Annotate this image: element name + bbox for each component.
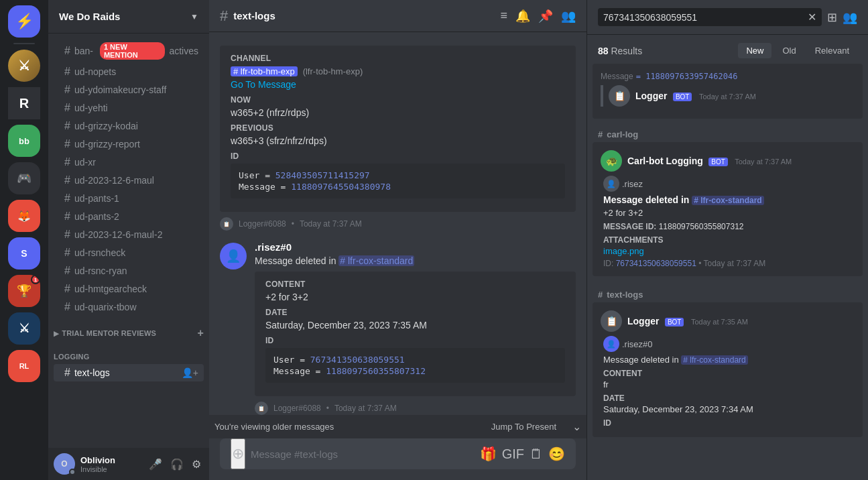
add-member-icon[interactable]: 👤+ [182,367,198,378]
gift-icon[interactable]: 🎁 [480,446,497,462]
channel-item-ud-pants-1[interactable]: # ud-pants-1 [54,190,204,207]
author-time-carlbot: Today at 7:37 AM [735,158,792,166]
gif-icon[interactable]: GIF [502,446,524,462]
author-row-risez: .risez#0 [255,241,576,253]
message-id-label: Message ID: 1188097560355807312 [603,222,855,231]
members-icon[interactable]: 👥 [561,9,576,23]
chat-header: # text-logs ≡ 🔔 📌 👥 [209,0,586,32]
channel-item-ban-actives[interactable]: # ban- 1 NEW MENTION actives [54,40,204,62]
channel-item-ud-ydoimakeucry[interactable]: # ud-ydoimakeucry-staff [54,81,204,99]
sort-tabs: New Old Relevant [738,43,857,58]
discord-home-button[interactable]: ⚡ [8,5,40,38]
hash-icon: # [64,192,70,204]
server-icon-circle1[interactable]: 🎮 [8,162,40,194]
channel-item-ud-2023-12-6-maul[interactable]: # ud-2023-12-6-maul [54,172,204,189]
member-search-icon[interactable]: 👥 [843,10,857,25]
date-label: Date [265,308,565,317]
channel-tag-cox-2[interactable]: # lfr-cox-standard [681,355,747,365]
add-attachment-button[interactable]: ⊕ [231,438,245,469]
card-section-previous: Previous w365+3 (sfrz/nfrz/rdps) [231,123,565,146]
server-icon-bb[interactable]: bb [8,125,40,157]
search-result-above-fold: Message = 1188097633957462046 📋 Logger B… [593,64,863,119]
attachments-label: Attachments [603,235,855,245]
search-header: ✕ ⊞ 👥 [587,0,868,35]
channel-list: # ban- 1 NEW MENTION actives # ud-nopets… [48,34,209,448]
carlbot-mention-row: 👤 .risez [603,176,855,192]
go-to-message-link[interactable]: Go To Message [231,79,296,90]
hash-icon-text-logs: # [598,290,603,300]
server-icon-red-1[interactable]: 🏆 1 [8,275,40,307]
channel-item-ud-hmtgearcheck[interactable]: # ud-hmtgearcheck [54,280,204,298]
pin-search-icon[interactable]: ⊞ [827,10,837,25]
channel-name-header: text-logs [233,10,275,21]
channel-item-text-logs[interactable]: # text-logs 👤+ [54,364,204,381]
msg-id-prefix: Message [601,72,633,81]
category-logging[interactable]: LOGGING [48,342,209,363]
server-icon-rl[interactable]: RL [8,350,40,382]
channel-item-ud-grizzy-report[interactable]: # ud-grizzy-report [54,135,204,153]
channel-item-ud-quarix-tbow[interactable]: # ud-quarix-tbow [54,298,204,316]
chat-input-box: ⊕ 🎁 GIF 🗒 😊 [220,438,576,469]
add-channel-icon[interactable]: + [197,327,204,339]
channel-item-ud-grizzy-kodai[interactable]: # ud-grizzy-kodai [54,117,204,135]
hash-icon: # [64,156,70,168]
attachment-value: image.png [603,246,855,256]
chat-input-area: ⊕ 🎁 GIF 🗒 😊 [209,438,586,480]
channel-tag-cox[interactable]: # lfr-cox-standard [692,196,763,205]
meta-sep-2: • [326,404,329,413]
id-code-block: User = 528403505711415297 Message = 1188… [231,164,565,198]
server-name: We Do Raids [59,11,120,22]
id-label-bottom: ID [603,418,855,428]
channel-tag-full: (lfr-tob-hm-exp) [303,66,363,76]
sort-tab-new[interactable]: New [738,43,771,58]
avatar-carlbot: 🐢 [601,150,622,172]
channel-label: ud-yehti [74,103,108,113]
server-icon-circle3[interactable]: S [8,237,40,269]
server-name-header[interactable]: We Do Raids ▼ [48,0,209,34]
logger-avatar: 📋 [220,217,233,231]
channel-mention-tag[interactable]: # lfr-cox-standard [338,255,414,266]
bot-badge: BOT [673,93,692,101]
server-icon-raids[interactable]: R [8,87,40,119]
server-icon-wow[interactable]: ⚔ [8,312,40,345]
message-input[interactable] [251,441,475,467]
jump-to-present-button[interactable]: Jump To Present [491,422,567,432]
channel-item-ud-rsnc-ryan[interactable]: # ud-rsnc-ryan [54,262,204,280]
message-content-risez: .risez#0 Message deleted in # lfr-cox-st… [255,241,576,415]
sort-tab-old[interactable]: Old [774,43,804,58]
notification-icon[interactable]: 🔔 [515,9,530,23]
previous-label: Previous [231,123,565,133]
bot-badge-carlbot: BOT [708,158,728,166]
pin-icon[interactable]: 📌 [538,9,553,23]
settings-button[interactable]: ⚙ [189,457,204,472]
status-dot [69,469,76,475]
search-result-carl-log: 🐢 Carl-bot Logging BOT Today at 7:37 AM … [593,142,863,276]
server-icon-circle2[interactable]: 🦊 [8,200,40,232]
channel-item-ud-pants-2[interactable]: # ud-pants-2 [54,208,204,225]
author-info-carlbot: Carl-bot Logging BOT Today at 7:37 AM [627,155,792,167]
sticker-icon[interactable]: 🗒 [530,446,543,462]
channel-item-ud-nopets[interactable]: # ud-nopets [54,63,204,80]
headset-button[interactable]: 🎧 [168,457,186,472]
search-input[interactable] [603,12,808,23]
search-group-text-logs: # text-logs 📋 Logger BOT Today at 7:35 A… [593,284,863,437]
server-icon-league[interactable]: ⚔ [8,50,40,82]
avatar: O [54,453,75,475]
search-clear-icon[interactable]: ✕ [808,11,816,23]
channel-tag[interactable]: # lfr-tob-hm-exp [231,66,298,76]
thread-icon[interactable]: ≡ [500,9,507,23]
channel-label-cont: actives [169,46,198,56]
hash-icon-carl: # [598,129,603,139]
emoji-icon[interactable]: 😊 [548,446,565,462]
sort-tab-relevant[interactable]: Relevant [807,43,857,58]
mic-button[interactable]: 🎤 [146,457,165,472]
channel-item-ud-yehti[interactable]: # ud-yehti [54,99,204,117]
channel-label: ud-grizzy-kodai [74,121,138,131]
hash-icon: # [64,247,70,259]
channel-item-ud-rsncheck[interactable]: # ud-rsncheck [54,244,204,261]
avatar-initials: O [61,459,67,469]
log-card-1: Channel # lfr-tob-hm-exp (lfr-tob-hm-exp… [220,46,576,212]
channel-item-ud-2023-12-6-maul-2[interactable]: # ud-2023-12-6-maul-2 [54,226,204,243]
channel-item-ud-xr[interactable]: # ud-xr [54,154,204,171]
category-trial-mentor-reviews[interactable]: ▶ TRIAL MENTOR REVIEWS + [48,316,209,342]
